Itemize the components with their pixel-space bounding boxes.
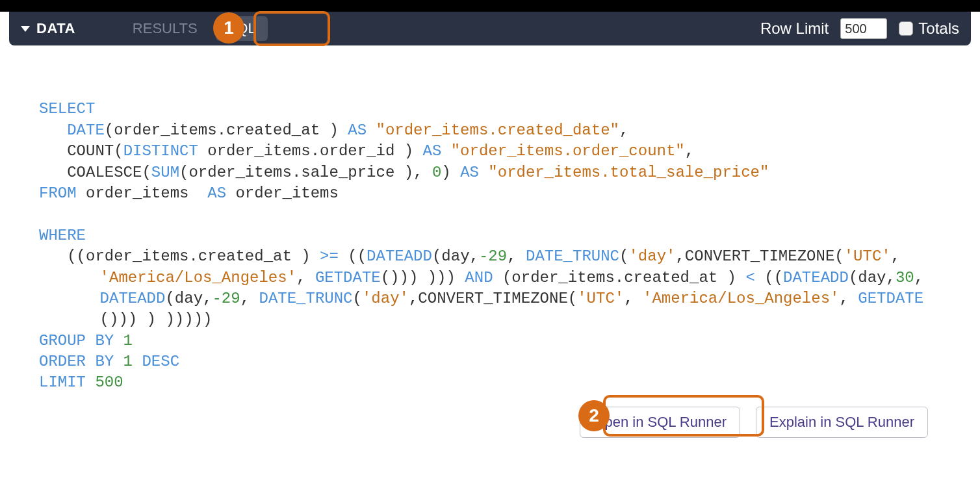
sql-token: COUNT bbox=[67, 142, 114, 160]
totals-label: Totals bbox=[918, 19, 959, 38]
sql-token: 'day' bbox=[362, 290, 409, 307]
sql-line: DATEADD(day,-29, DATE_TRUNC('day',CONVER… bbox=[100, 288, 924, 309]
sql-line: COALESCE(SUM(order_items.sale_price ), 0… bbox=[67, 162, 769, 183]
sql-token: 500 bbox=[86, 374, 123, 391]
totals-checkbox[interactable] bbox=[899, 21, 913, 36]
sql-token: , bbox=[619, 121, 628, 139]
sql-token: -29 bbox=[479, 247, 507, 265]
data-section-toggle[interactable]: DATA bbox=[21, 20, 75, 37]
sql-token: DATE_TRUNC bbox=[526, 247, 619, 265]
sql-token: -29 bbox=[212, 290, 240, 307]
sql-line: 'America/Los_Angeles', GETDATE())) ))) A… bbox=[100, 268, 924, 288]
sql-token: DATE bbox=[67, 121, 105, 139]
sql-token: FROM bbox=[39, 184, 77, 202]
sql-token: DESC bbox=[142, 353, 179, 370]
sql-token: 0 bbox=[432, 164, 441, 181]
explain-sql-runner-button[interactable]: Explain in SQL Runner bbox=[756, 407, 928, 438]
sql-token: , bbox=[507, 247, 526, 265]
sql-token: < bbox=[745, 269, 754, 286]
sql-token: , bbox=[839, 290, 858, 307]
sql-line: ((order_items.created_at ) >= ((DATEADD(… bbox=[67, 246, 900, 267]
sql-token: DATEADD bbox=[100, 290, 166, 307]
sql-token: 1 bbox=[114, 353, 142, 370]
sql-token: ( bbox=[114, 142, 123, 160]
sql-token: AND bbox=[465, 269, 493, 286]
sql-token: ) bbox=[441, 164, 460, 181]
sql-token: >= bbox=[320, 247, 339, 265]
sql-token: SUM bbox=[151, 164, 179, 181]
sql-token: AS bbox=[207, 184, 226, 202]
sql-token: 'day' bbox=[628, 247, 675, 265]
sql-token: , bbox=[296, 269, 315, 286]
sql-token: GETDATE bbox=[315, 269, 381, 286]
callout-badge-2: 2 bbox=[578, 400, 610, 431]
sql-token: ( bbox=[142, 164, 151, 181]
sql-token: GROUP BY bbox=[39, 332, 114, 349]
sql-token: ( bbox=[619, 247, 628, 265]
sql-line: COUNT(DISTINCT order_items.order_id ) AS… bbox=[67, 141, 694, 162]
sql-token: ORDER BY bbox=[39, 353, 114, 370]
sql-token: (day, bbox=[432, 247, 479, 265]
sql-token: , bbox=[914, 269, 923, 286]
data-toolbar: DATA RESULTS SQL Row Limit Totals 1 bbox=[9, 12, 971, 45]
sql-token: , bbox=[685, 142, 694, 160]
data-label: DATA bbox=[36, 20, 75, 37]
sql-token: DATEADD bbox=[367, 247, 432, 265]
sql-token: 30 bbox=[896, 269, 914, 286]
caret-down-icon bbox=[21, 26, 30, 32]
sql-token: (( bbox=[755, 269, 783, 286]
sql-token: order_items bbox=[226, 184, 339, 202]
sql-token: ,CONVERT_TIMEZONE( bbox=[409, 290, 577, 307]
sql-token: AS bbox=[423, 142, 442, 160]
sql-token: (day, bbox=[165, 290, 212, 307]
sql-token: , bbox=[240, 290, 259, 307]
footer-buttons: 2 Open in SQL Runner Explain in SQL Runn… bbox=[0, 400, 980, 438]
sql-token: ((order_items.created_at ) bbox=[67, 247, 320, 265]
sql-token: 'UTC' bbox=[844, 247, 891, 265]
totals-group: Totals bbox=[899, 19, 959, 38]
tab-results[interactable]: RESULTS bbox=[121, 16, 209, 41]
sql-token: 'America/Los_Angeles' bbox=[100, 269, 296, 286]
sql-token: , bbox=[891, 247, 900, 265]
callout-ring-2 bbox=[603, 395, 764, 437]
callout-badge-1: 1 bbox=[213, 12, 244, 44]
right-controls: Row Limit Totals bbox=[760, 18, 959, 39]
sql-token: DATE_TRUNC bbox=[259, 290, 352, 307]
sql-token: DISTINCT bbox=[123, 142, 198, 160]
sql-token: 1 bbox=[114, 332, 133, 349]
sql-token: (order_items.created_at ) bbox=[105, 121, 348, 139]
tabs-group: RESULTS SQL bbox=[121, 16, 268, 41]
sql-token: AS bbox=[348, 121, 367, 139]
rowlimit-input[interactable] bbox=[840, 18, 887, 39]
sql-line: DATE(order_items.created_at ) AS "order_… bbox=[67, 120, 628, 141]
window-top-border bbox=[0, 0, 980, 12]
sql-token: SELECT bbox=[39, 100, 95, 118]
callout-ring-1 bbox=[253, 11, 330, 46]
sql-token: ())) ))) bbox=[381, 269, 465, 286]
sql-token: COALESCE bbox=[67, 164, 142, 181]
sql-token: 'America/Los_Angeles' bbox=[643, 290, 839, 307]
sql-token: order_items bbox=[77, 184, 208, 202]
sql-token: "order_items.total_sale_price" bbox=[479, 164, 769, 181]
sql-token: AS bbox=[460, 164, 479, 181]
sql-token: (( bbox=[339, 247, 367, 265]
sql-token: ( bbox=[353, 290, 362, 307]
sql-token: LIMIT bbox=[39, 374, 86, 391]
sql-code-view: SELECT DATE(order_items.created_at ) AS … bbox=[0, 45, 980, 400]
sql-token: WHERE bbox=[39, 227, 86, 244]
sql-token: "order_items.created_date" bbox=[367, 121, 619, 139]
sql-line: ())) ) ))))) bbox=[100, 309, 213, 330]
rowlimit-label: Row Limit bbox=[760, 19, 829, 38]
sql-token: GETDATE bbox=[858, 290, 923, 307]
sql-token: (order_items.sale_price ), bbox=[179, 164, 432, 181]
sql-token: order_items.order_id ) bbox=[198, 142, 423, 160]
sql-token: "order_items.order_count" bbox=[441, 142, 684, 160]
sql-token: (order_items.created_at ) bbox=[493, 269, 746, 286]
sql-token: DATEADD bbox=[783, 269, 849, 286]
sql-token: , bbox=[624, 290, 643, 307]
sql-token: ,CONVERT_TIMEZONE( bbox=[675, 247, 844, 265]
sql-token: 'UTC' bbox=[577, 290, 624, 307]
sql-token: (day, bbox=[849, 269, 896, 286]
